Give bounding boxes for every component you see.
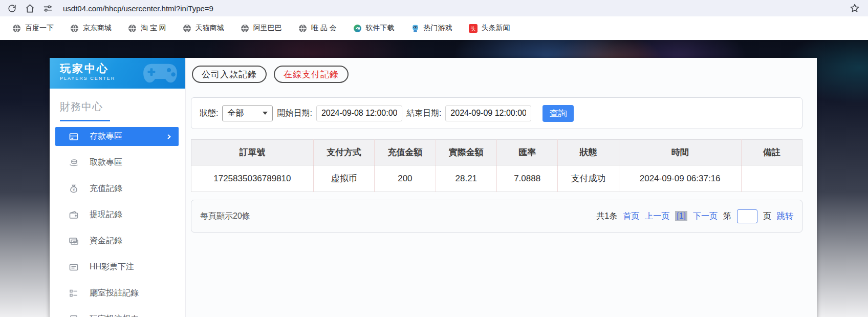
cell-order-no: 1725835036789810 xyxy=(191,165,314,192)
sidebar-item-label: 充值記錄 xyxy=(90,183,122,194)
bookmark-baidu[interactable]: 百度一下 xyxy=(12,24,54,33)
bookmark-tmall[interactable]: 天猫商城 xyxy=(183,24,224,33)
column-header-actual-amount: 實際金額 xyxy=(436,140,496,165)
start-date-label: 開始日期: xyxy=(277,108,312,119)
cell-rate: 7.0888 xyxy=(496,165,557,192)
column-header-rate: 匯率 xyxy=(496,140,557,165)
jump-page-input[interactable] xyxy=(737,209,757,223)
recharge-bag-icon: ¥ xyxy=(69,184,79,194)
page-background: 玩家中心 PLAYERS CENTER 財務中心 存款專區 取款專區 xyxy=(0,40,868,317)
sidebar-item-label: 資金記錄 xyxy=(90,236,122,246)
globe-icon xyxy=(298,24,307,33)
software-download-icon xyxy=(353,24,362,33)
finance-section: 財務中心 xyxy=(50,89,185,121)
sidebar-item-label: 存款專區 xyxy=(90,131,122,142)
cell-time: 2024-09-09 06:37:16 xyxy=(619,165,741,192)
site-info-icon[interactable] xyxy=(43,4,53,13)
bookmark-software[interactable]: 软件下载 xyxy=(353,24,395,33)
column-header-pay-method: 支付方式 xyxy=(313,140,374,165)
bookmarks-bar: 百度一下 京东商城 淘 宝 网 天猫商城 阿里巴巴 唯 品 会 软件下载 热门游… xyxy=(0,16,868,40)
lottery-ticket-icon xyxy=(69,262,79,272)
address-bar[interactable]: usdt04.com/hhcp/usercenter.html?iniType=… xyxy=(63,4,213,13)
globe-icon xyxy=(241,24,249,33)
prev-page-link[interactable]: 上一页 xyxy=(645,211,669,222)
column-header-time: 時間 xyxy=(619,140,741,165)
sidebar-item-fund-records[interactable]: 資金記錄 xyxy=(55,231,179,250)
bookmark-taobao[interactable]: 淘 宝 网 xyxy=(128,24,166,33)
status-select-value: 全部 xyxy=(227,108,244,119)
first-page-link[interactable]: 首页 xyxy=(623,211,639,222)
globe-icon xyxy=(70,24,79,33)
column-header-status: 狀態 xyxy=(558,140,619,165)
globe-icon xyxy=(12,24,21,33)
bookmark-label: 软件下载 xyxy=(366,24,395,33)
sidebar-item-deposit[interactable]: 存款專區 xyxy=(55,127,179,146)
svg-text:¥: ¥ xyxy=(73,187,75,192)
jump-button[interactable]: 跳转 xyxy=(777,211,793,222)
reload-icon[interactable] xyxy=(7,4,17,13)
jump-suffix-text: 页 xyxy=(763,211,771,222)
sidebar: 玩家中心 PLAYERS CENTER 財務中心 存款專區 取款專區 xyxy=(50,58,186,317)
bookmark-label: 京东商城 xyxy=(83,24,112,33)
funds-notes-icon xyxy=(69,236,79,246)
bookmark-jd[interactable]: 京东商城 xyxy=(70,24,112,33)
current-page-indicator: [1] xyxy=(675,211,687,221)
sidebar-item-recharge-records[interactable]: ¥ 充值記錄 xyxy=(55,179,179,198)
bookmark-vip[interactable]: 唯 品 会 xyxy=(298,24,337,33)
column-header-remark: 備註 xyxy=(741,140,802,165)
browser-toolbar: usdt04.com/hhcp/usercenter.html?iniType=… xyxy=(0,0,868,16)
chevron-right-icon xyxy=(165,133,172,140)
cell-status: 支付成功 xyxy=(558,165,619,192)
deposit-card-icon xyxy=(69,132,79,142)
status-label: 狀態: xyxy=(200,108,218,119)
search-button[interactable]: 查詢 xyxy=(542,105,574,122)
column-header-amount: 充值金額 xyxy=(375,140,436,165)
sidebar-item-label: 提現記錄 xyxy=(90,209,122,220)
toutiao-news-icon: 头 xyxy=(469,24,478,33)
bookmark-label: 热门游戏 xyxy=(424,24,452,33)
jump-prefix-text: 第 xyxy=(723,211,731,222)
sidebar-item-lottery-bets[interactable]: HH彩票下注 xyxy=(55,258,179,277)
sidebar-item-player-bet-report[interactable]: 玩家投注報表 xyxy=(55,310,179,317)
section-underline xyxy=(60,120,110,121)
filter-bar: 狀態: 全部 開始日期: 結束日期: 查詢 xyxy=(191,97,802,129)
sidebar-item-withdraw[interactable]: 取款專區 xyxy=(55,153,179,172)
start-date-input[interactable] xyxy=(316,105,402,121)
bookmark-alibaba[interactable]: 阿里巴巴 xyxy=(241,24,282,33)
globe-icon xyxy=(183,24,191,33)
player-report-icon xyxy=(69,314,79,317)
cell-remark xyxy=(741,165,802,192)
bookmark-games[interactable]: 热门游戏 xyxy=(411,24,452,33)
hot-games-icon xyxy=(411,24,420,33)
bookmark-label: 天猫商城 xyxy=(196,24,224,33)
bookmark-label: 阿里巴巴 xyxy=(253,24,282,33)
sidebar-item-label: 廳室投註記錄 xyxy=(90,288,139,299)
column-header-order-no: 訂單號 xyxy=(191,140,314,165)
sidebar-item-label: 玩家投注報表 xyxy=(90,314,139,317)
table-row: 1725835036789810 虚拟币 200 28.21 7.0888 支付… xyxy=(191,165,802,192)
end-date-input[interactable] xyxy=(445,105,531,121)
bookmark-star-icon[interactable] xyxy=(850,3,860,13)
status-select[interactable]: 全部 xyxy=(222,105,273,121)
sidebar-item-label: HH彩票下注 xyxy=(90,262,134,272)
next-page-link[interactable]: 下一页 xyxy=(693,211,718,222)
payment-records-table: 訂單號 支付方式 充值金額 實際金額 匯率 狀態 時間 備註 172583503… xyxy=(191,139,802,192)
chevron-down-icon xyxy=(263,112,268,115)
tab-company-deposit-records[interactable]: 公司入款記錄 xyxy=(192,66,267,83)
bookmark-label: 唯 品 会 xyxy=(311,24,337,33)
tab-online-payment-records[interactable]: 在線支付記錄 xyxy=(274,66,349,83)
sidebar-item-cashout-records[interactable]: 提現記錄 xyxy=(55,205,179,224)
total-count-text: 共1条 xyxy=(596,211,617,222)
table-header-row: 訂單號 支付方式 充值金額 實際金額 匯率 狀態 時間 備註 xyxy=(191,140,802,165)
players-center-banner: 玩家中心 PLAYERS CENTER xyxy=(50,58,185,89)
player-center-panel: 玩家中心 PLAYERS CENTER 財務中心 存款專區 取款專區 xyxy=(50,58,817,317)
bookmark-label: 头条新闻 xyxy=(482,24,510,33)
finance-section-title: 財務中心 xyxy=(60,100,175,114)
bookmark-toutiao[interactable]: 头 头条新闻 xyxy=(469,24,510,33)
gamepad-icon xyxy=(140,60,180,87)
pagination-bar: 每頁顯示20條 共1条 首页 上一页 [1] 下一页 第 页 跳转 xyxy=(191,200,802,233)
home-icon[interactable] xyxy=(25,4,35,13)
records-content: 公司入款記錄 在線支付記錄 狀態: 全部 開始日期: 結束日期: 查詢 xyxy=(191,58,802,233)
sidebar-item-hall-bet-records[interactable]: 廳室投註記錄 xyxy=(55,284,179,303)
withdraw-hand-icon xyxy=(69,158,79,168)
